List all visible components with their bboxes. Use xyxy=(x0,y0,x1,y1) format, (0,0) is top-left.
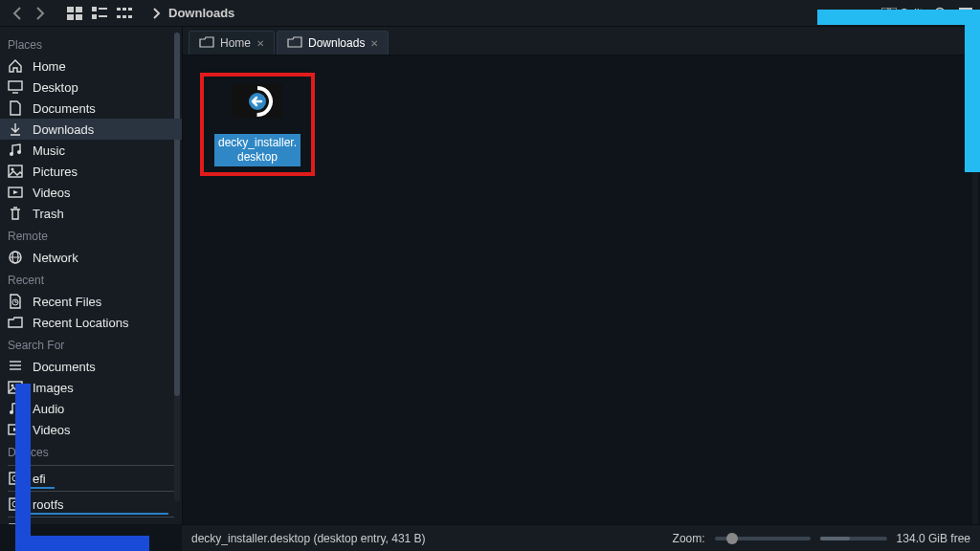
svg-rect-40 xyxy=(10,473,21,484)
sidebar-item-pictures[interactable]: Pictures xyxy=(0,161,182,182)
sidebar-item-label: Videos xyxy=(33,186,71,200)
sidebar-section-title: Search For xyxy=(0,333,182,356)
sidebar-item-recent-locations[interactable]: Recent Locations xyxy=(0,312,182,333)
sidebar-item-label: Desktop xyxy=(33,80,78,95)
disk-usage-bar xyxy=(27,487,55,489)
tab-close-button[interactable]: ✕ xyxy=(256,38,264,49)
sidebar-item-efi[interactable]: efi xyxy=(0,468,182,489)
forward-button[interactable] xyxy=(31,4,50,23)
svg-rect-35 xyxy=(9,382,22,393)
sidebar-item-audio[interactable]: Audio xyxy=(0,398,182,419)
desktop-icon xyxy=(8,79,23,95)
zoom-slider[interactable] xyxy=(715,537,811,540)
split-button[interactable]: Split xyxy=(881,7,923,20)
sidebar-item-home[interactable]: Home xyxy=(0,55,182,77)
svg-point-41 xyxy=(12,475,18,481)
sidebar-item-var[interactable]: var xyxy=(0,519,182,524)
hamburger-icon xyxy=(959,8,972,19)
recent-files-icon xyxy=(8,294,23,309)
svg-rect-8 xyxy=(117,8,121,11)
svg-point-24 xyxy=(17,150,21,154)
sidebar-item-music[interactable]: Music xyxy=(0,140,182,161)
nav-arrows xyxy=(8,4,50,23)
back-button[interactable] xyxy=(8,4,27,23)
file-view[interactable]: decky_installer. desktop xyxy=(183,55,980,524)
svg-point-43 xyxy=(12,501,18,507)
sidebar-item-images[interactable]: Images xyxy=(0,377,182,398)
sidebar-item-downloads[interactable]: Downloads xyxy=(0,119,182,140)
disk-usage-bar xyxy=(27,513,168,515)
svg-point-38 xyxy=(17,408,21,412)
svg-rect-5 xyxy=(99,8,107,10)
svg-rect-25 xyxy=(9,165,22,177)
sidebar-item-label: Pictures xyxy=(33,165,78,179)
sidebar-item-label: Images xyxy=(33,381,74,395)
sidebar-item-label: Trash xyxy=(33,207,64,221)
sidebar-item-label: Documents xyxy=(33,101,96,116)
sidebar: PlacesHomeDesktopDocumentsDownloadsMusic… xyxy=(0,27,182,524)
tab-close-button[interactable]: ✕ xyxy=(370,38,378,49)
main-area: Home✕Downloads✕ decky_installer. desktop xyxy=(182,27,980,524)
svg-rect-1 xyxy=(76,7,82,12)
sidebar-item-network[interactable]: Network xyxy=(0,247,182,268)
sidebar-item-label: Audio xyxy=(33,402,64,416)
svg-rect-13 xyxy=(128,15,132,18)
sidebar-item-label: var xyxy=(33,523,50,525)
tab-bar: Home✕Downloads✕ xyxy=(183,27,980,55)
tab-downloads[interactable]: Downloads✕ xyxy=(277,31,389,55)
sidebar-item-videos[interactable]: Videos xyxy=(0,182,182,203)
tab-label: Home xyxy=(220,36,251,50)
search-icon xyxy=(934,7,947,20)
content-scrollbar[interactable] xyxy=(972,55,978,524)
sidebar-separator xyxy=(8,465,174,466)
file-item-decky-installer[interactable]: decky_installer. desktop xyxy=(200,73,315,176)
sidebar-item-label: Videos xyxy=(33,423,71,437)
search-doc-icon xyxy=(8,359,23,374)
search-button[interactable] xyxy=(934,7,947,20)
trash-icon xyxy=(8,206,23,221)
sidebar-item-recent-files[interactable]: Recent Files xyxy=(0,291,182,312)
breadcrumb-title: Downloads xyxy=(168,6,234,20)
image-icon xyxy=(8,164,23,179)
decky-installer-icon xyxy=(229,82,286,128)
sidebar-item-label: Home xyxy=(33,59,66,74)
sidebar-item-documents[interactable]: Documents xyxy=(0,98,182,119)
sidebar-item-documents[interactable]: Documents xyxy=(0,356,182,377)
disk-icon xyxy=(8,471,23,486)
svg-point-16 xyxy=(936,8,945,16)
svg-rect-21 xyxy=(9,81,22,90)
compact-view-button[interactable] xyxy=(90,5,109,22)
detail-view-button[interactable] xyxy=(115,5,134,22)
sidebar-item-trash[interactable]: Trash xyxy=(0,203,182,224)
svg-rect-15 xyxy=(890,8,897,19)
download-icon xyxy=(8,121,23,137)
sidebar-section-title: Places xyxy=(0,33,182,55)
svg-rect-4 xyxy=(92,7,97,11)
disk-icon xyxy=(8,496,23,512)
sidebar-item-rootfs[interactable]: rootfs xyxy=(0,494,182,515)
view-mode-buttons xyxy=(65,5,134,22)
icon-view-button[interactable] xyxy=(65,5,84,22)
sidebar-item-desktop[interactable]: Desktop xyxy=(0,77,182,98)
sidebar-section-title: Recent xyxy=(0,268,182,291)
tab-label: Downloads xyxy=(308,36,365,50)
folder-icon xyxy=(287,35,302,51)
tab-home[interactable]: Home✕ xyxy=(189,31,275,55)
chevron-right-icon xyxy=(153,8,161,19)
sidebar-item-videos[interactable]: Videos xyxy=(0,419,182,440)
hamburger-menu-button[interactable] xyxy=(959,8,972,19)
video-icon xyxy=(8,185,23,200)
svg-rect-3 xyxy=(76,14,82,20)
folder-icon xyxy=(199,35,214,51)
sidebar-section-title: Remote xyxy=(0,224,182,247)
svg-rect-10 xyxy=(128,8,132,11)
toolbar: Downloads Split xyxy=(0,0,980,27)
svg-rect-42 xyxy=(10,498,21,510)
breadcrumb[interactable]: Downloads xyxy=(153,6,234,20)
sidebar-section-title: Devices xyxy=(0,440,182,463)
music-icon xyxy=(8,143,23,158)
svg-rect-9 xyxy=(122,8,126,11)
sidebar-item-label: Documents xyxy=(33,360,96,374)
disk-icon xyxy=(8,522,23,524)
free-space-text: 134.0 GiB free xyxy=(897,532,970,545)
